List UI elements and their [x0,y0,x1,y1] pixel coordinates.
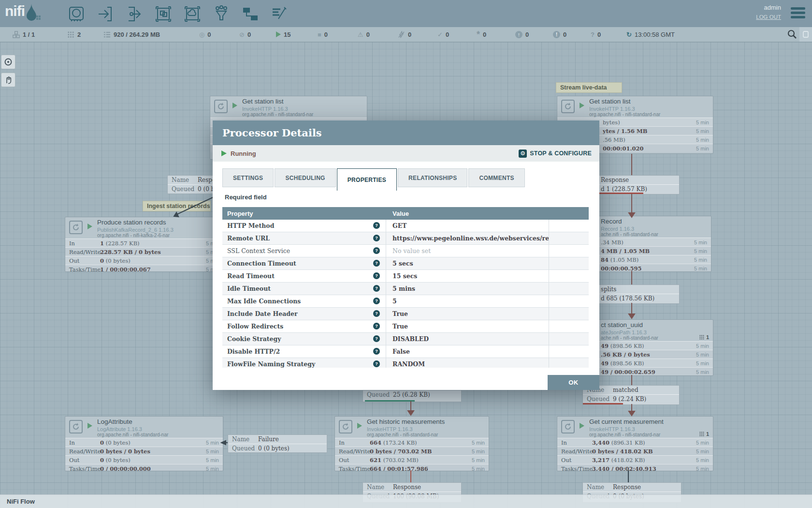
dialog-title: Processor Details [222,127,322,139]
processor-type: InvokeHTTP 1.16.3 [242,106,288,112]
processor-type: LogAttribute 1.16.3 [97,426,142,432]
processor-logattribute[interactable]: LogAttribute LogAttribute 1.16.3 org.apa… [65,416,223,471]
panel-toggle-button[interactable] [799,27,812,42]
help-icon[interactable]: ? [373,235,380,241]
stale-icon: ↑ [515,31,522,38]
invalid-icon: ⚠ [358,31,363,38]
processor-get-current-measurement[interactable]: Get current measurement InvokeHTTP 1.16.… [557,416,713,471]
navigate-icon [4,58,13,66]
stopped-icon: ■ [318,31,321,38]
stopped-count: ■ 0 [318,27,328,42]
help-icon[interactable]: ? [373,260,380,267]
property-row: Read Timeout? 15 secs [222,270,589,283]
processor-produce-station-records[interactable]: Produce station records PublishKafkaReco… [65,217,223,272]
locally-modified-icon: * [477,30,480,40]
navigate-palette-button[interactable] [1,55,15,69]
running-status-icon [87,423,92,429]
logout-link[interactable]: LOG OUT [723,14,781,20]
help-icon[interactable]: ? [373,348,380,355]
help-icon[interactable]: ? [373,247,380,254]
help-icon[interactable]: ? [373,360,380,367]
processor-get-historic-measurements[interactable]: Get historic measurements InvokeHTTP 1.1… [334,416,489,471]
search-icon [787,29,798,40]
connection-label-queued-25[interactable]: Queued25 (6.28 KB) [362,390,462,402]
total-queued: 920 / 264.29 MB [103,27,160,42]
breadcrumb[interactable]: NiFi Flow [7,498,35,505]
locally-modified-count: * 0 [477,27,486,42]
help-icon[interactable]: ? [373,298,380,304]
connection-label-failure[interactable]: NameFailure Queued0 (0 bytes) [228,434,327,453]
input-port-icon[interactable] [97,5,114,23]
property-row: Disable HTTP/2? False [222,345,589,358]
global-menu-button[interactable] [791,7,805,19]
app-header: nifi admin LOG OUT [0,0,812,27]
canvas-label-ingest-station-records[interactable]: Ingest station records [143,201,211,211]
processor-stamp-icon [69,221,83,234]
running-status-icon [580,423,584,429]
invalid-count: ⚠ 0 [358,27,370,42]
value-column-header: Value [386,210,549,217]
funnel-icon[interactable] [213,5,230,23]
processor-type: ateJsonPath 1.16.3 [601,329,647,335]
not-transmitting-icon: ⊘ [239,31,245,38]
processor-icon[interactable] [68,5,85,23]
property-row: Idle Timeout? 5 mins [222,283,589,295]
processor-stamp-icon [214,100,228,113]
label-icon[interactable] [271,5,288,23]
property-row: SSL Context Service? No value set [222,245,589,257]
help-icon[interactable]: ? [373,222,380,229]
remote-process-group-icon[interactable] [184,5,201,23]
processor-name: ct station_uuid [601,321,643,329]
search-button[interactable] [787,29,798,40]
property-row: Cookie Strategy? DISABLED [222,333,589,345]
template-icon[interactable] [242,5,259,23]
processor-name: Get station list [589,98,631,105]
processor-name: Record [601,218,622,225]
nifi-drop-icon [25,3,41,23]
nifi-logo: nifi [5,3,41,23]
operate-palette-button[interactable] [1,73,15,87]
last-refresh[interactable]: ↻ 13:00:58 GMT [626,27,675,42]
running-status-icon [87,224,92,229]
required-field-note: Required field [225,194,267,201]
hand-icon [4,75,13,84]
tab-relationships[interactable]: RELATIONSHIPS [398,168,467,187]
queued-icon [103,31,111,38]
running-status-icon [357,423,362,429]
tab-properties[interactable]: PROPERTIES [337,168,397,191]
tab-settings[interactable]: SETTINGS [222,168,274,187]
property-row: FlowFile Naming Strategy? RANDOM [222,358,589,368]
processor-bundle: org.apache.nifi - nifi-kafka-2-6-nar [97,233,170,238]
help-icon[interactable]: ? [373,285,380,292]
help-icon[interactable]: ? [373,335,380,342]
processor-bundle: org.apache.nifi - nifi-standard-nar [589,432,660,437]
help-icon[interactable]: ? [373,310,380,317]
output-port-icon[interactable] [126,5,143,23]
processor-details-dialog: Processor Details Running ⚙ STOP & CONFI… [213,120,599,390]
processor-bundle: org.apache.nifi - nifi-standard-nar [242,112,313,117]
up-to-date-icon: ✓ [437,31,443,38]
locally-modified-and-stale-count: ! 0 [553,27,566,42]
flow-status-bar: 1 / 1 2 920 / 264.29 MB ◎ 0 ⊘ 0 15 ■ 0 ⚠… [0,27,812,42]
property-row: Remote URL? https://www.pegelonline.wsv.… [222,232,589,245]
property-row: Connection Timeout? 5 secs [222,257,589,270]
ok-button[interactable]: OK [548,375,599,390]
properties-table: Property Value HTTP Method? GET Remote U… [222,207,589,368]
queue-usage-bar [583,403,623,404]
processor-bundle: ache.nifi - nifi-standard-nar [601,335,658,341]
canvas-label-stream-live-data[interactable]: Stream live-data [556,82,622,93]
help-icon[interactable]: ? [373,272,380,279]
help-icon[interactable]: ? [373,323,380,329]
tab-comments[interactable]: COMMENTS [468,168,524,187]
property-row: Follow Redirects? True [222,320,589,333]
processor-type: Record 1.16.3 [601,226,634,232]
stop-and-configure-button[interactable]: ⚙ STOP & CONFIGURE [519,145,592,162]
process-group-icon[interactable] [155,5,172,23]
refresh-icon[interactable]: ↻ [626,31,632,38]
sync-failure-icon: ? [591,31,594,38]
processor-bundle: org.apache.nifi - nifi-standard-nar [589,112,660,117]
tab-scheduling[interactable]: SCHEDULING [275,168,335,187]
dialog-tabs: SETTINGS SCHEDULING PROPERTIES RELATIONS… [222,168,526,191]
dialog-header: Processor Details [213,120,599,145]
processor-bundle: ache.nifi - nifi-standard-nar [601,232,658,237]
